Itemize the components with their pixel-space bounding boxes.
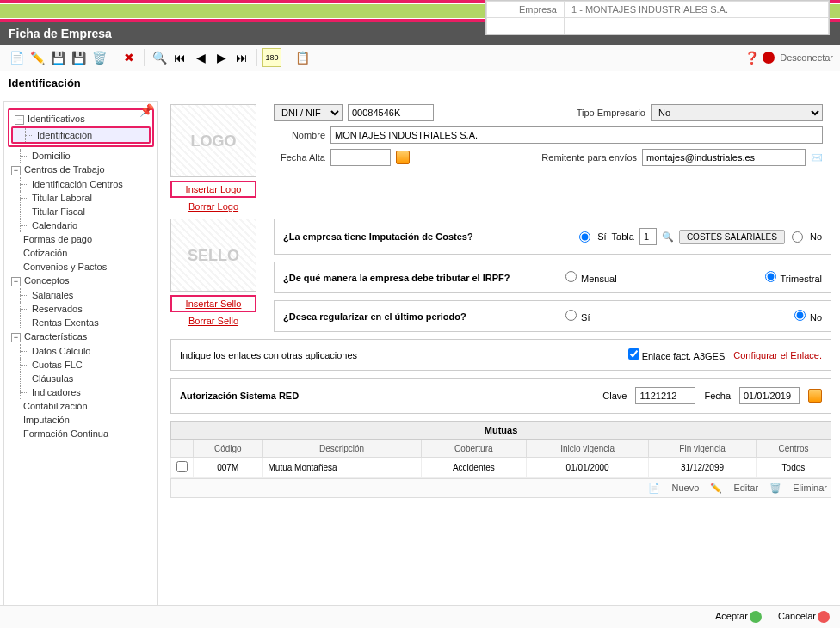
irpf-trimestral-radio[interactable]	[765, 271, 776, 282]
sidebar-item-imputacion[interactable]: Imputación	[8, 413, 154, 427]
logo-placeholder[interactable]: LOGO	[170, 104, 256, 177]
sidebar-item-salariales[interactable]: Salariales	[8, 288, 154, 302]
q-imputacion: ¿La empresa tiene Imputación de Costes?	[283, 231, 569, 242]
fecha-alta-label: Fecha Alta	[274, 152, 325, 163]
tabla-lookup-icon[interactable]: 🔍	[662, 231, 674, 243]
pin-icon[interactable]: 📌	[139, 103, 154, 117]
calendar-icon[interactable]	[396, 151, 410, 164]
col-fin[interactable]: Fin vigencia	[649, 440, 757, 458]
sidebar-item-reservados[interactable]: Reservados	[8, 302, 154, 316]
table-row[interactable]: 007M Mutua Montañesa Accidentes 01/01/20…	[171, 458, 831, 478]
col-centros[interactable]: Centros	[756, 440, 831, 458]
clave-input[interactable]	[635, 387, 695, 404]
fecha-alta-input[interactable]	[330, 149, 391, 166]
reg-si-radio[interactable]	[565, 310, 577, 321]
imputacion-si-radio[interactable]	[579, 231, 590, 243]
doc-icon[interactable]: 📋	[293, 48, 312, 67]
footer: Aceptar Cancelar	[0, 605, 840, 628]
sidebar-item-datos-calc[interactable]: Datos Cálculo	[8, 344, 154, 358]
mutuas-table: Código Descripción Cobertura Inicio vige…	[170, 440, 831, 478]
panel-enlaces: Indique los enlaces con otras aplicacion…	[170, 339, 831, 371]
sidebar-item-rentas[interactable]: Rentas Exentas	[8, 316, 154, 329]
remitente-input[interactable]	[642, 149, 806, 166]
help-icon[interactable]: ❓	[742, 48, 761, 67]
sidebar-item-formas-pago[interactable]: Formas de pago	[8, 232, 154, 246]
sidebar-item-domicilio[interactable]: Domicilio	[8, 149, 154, 163]
new-icon[interactable]: 📄	[7, 48, 26, 67]
enlace-a3ges-check[interactable]	[628, 348, 639, 360]
costes-btn[interactable]: COSTES SALARIALES	[679, 230, 785, 244]
prev-icon[interactable]: ◀	[191, 48, 210, 67]
mutuas-title: Mutuas	[170, 421, 831, 440]
doc-type-select[interactable]: DNI / NIF	[274, 104, 343, 121]
col-codigo[interactable]: Código	[194, 440, 263, 458]
disconnect-link[interactable]: Desconectar	[780, 52, 833, 63]
sidebar-item-convenios[interactable]: Convenios y Pactos	[8, 260, 154, 274]
panel-regularizar: ¿Desea regularizar en el último periodo?…	[274, 300, 831, 332]
sidebar-item-id-centros[interactable]: Identificación Centros	[8, 177, 154, 191]
delete-icon[interactable]: 🗑️	[90, 48, 108, 67]
sidebar-group-conceptos[interactable]: −Conceptos	[8, 274, 154, 288]
sidebar-group-centros[interactable]: −Centros de Trabajo	[8, 163, 154, 177]
calendar-icon-2[interactable]	[808, 389, 822, 403]
remitente-label: Remitente para envíos	[534, 152, 637, 163]
sello-placeholder[interactable]: SELLO	[170, 219, 256, 292]
fecha-red-input[interactable]	[739, 387, 800, 404]
sidebar-item-identificacion[interactable]: Identificación	[11, 126, 151, 144]
first-icon[interactable]: ⏮	[170, 48, 189, 67]
nuevo-btn[interactable]: 📄 Nuevo	[648, 483, 699, 493]
col-cobertura[interactable]: Cobertura	[421, 440, 526, 458]
insert-logo-link[interactable]: Insertar Logo	[170, 181, 256, 198]
tabla-input[interactable]	[639, 228, 657, 245]
mail-icon[interactable]: ✉️	[811, 152, 823, 163]
company-label: Empresa	[487, 2, 565, 18]
sidebar-item-indicadores[interactable]: Indicadores	[8, 385, 154, 399]
reg-no-radio[interactable]	[794, 310, 806, 321]
cancelar-btn[interactable]: Cancelar	[771, 611, 830, 621]
delete-sello-link[interactable]: Borrar Sello	[170, 316, 256, 326]
imputacion-no-radio[interactable]	[792, 231, 803, 243]
col-inicio[interactable]: Inicio vigencia	[527, 440, 649, 458]
doc-value-input[interactable]	[348, 104, 434, 121]
nombre-label: Nombre	[274, 130, 325, 140]
sidebar-item-contab[interactable]: Contabilización	[8, 399, 154, 413]
section-header: Identificación	[0, 71, 840, 95]
sidebar-item-tit-fiscal[interactable]: Titular Fiscal	[8, 205, 154, 219]
aceptar-btn[interactable]: Aceptar	[708, 611, 762, 621]
last-icon[interactable]: ⏭	[232, 48, 251, 67]
panel-red: Autorización Sistema RED Clave Fecha	[170, 378, 831, 414]
save-icon[interactable]: 💾	[48, 48, 67, 67]
sidebar: 📌 −Identificativos Identificación Domici…	[3, 101, 158, 613]
edit-icon[interactable]: ✏️	[28, 48, 46, 67]
sidebar-item-formacion[interactable]: Formación Continua	[8, 427, 154, 440]
col-desc[interactable]: Descripción	[262, 440, 421, 458]
editar-btn[interactable]: ✏️ Editar	[710, 483, 758, 493]
save-as-icon[interactable]: 💾	[69, 48, 88, 67]
sidebar-item-cuotas[interactable]: Cuotas FLC	[8, 358, 154, 372]
delete-logo-link[interactable]: Borrar Logo	[170, 201, 256, 212]
sidebar-group-caracteristicas[interactable]: −Características	[8, 329, 154, 344]
row-check[interactable]	[176, 461, 188, 472]
sidebar-item-tit-laboral[interactable]: Titular Laboral	[8, 191, 154, 205]
sidebar-group-identificativos[interactable]: −Identificativos	[11, 112, 151, 126]
insert-sello-link[interactable]: Insertar Sello	[170, 295, 256, 312]
q-irpf: ¿De qué manera la empresa debe tributar …	[283, 273, 555, 283]
nombre-input[interactable]	[330, 126, 823, 144]
cancel-icon[interactable]: ✖	[120, 48, 139, 67]
m180-icon[interactable]: 180	[262, 48, 281, 67]
configurar-enlace-link[interactable]: Configurar el Enlace.	[733, 350, 822, 360]
search-icon[interactable]: 🔍	[150, 48, 169, 67]
irpf-mensual-radio[interactable]	[565, 271, 577, 282]
mutuas-actions: 📄 Nuevo ✏️ Editar 🗑️ Eliminar	[170, 478, 831, 498]
panel-imputacion: ¿La empresa tiene Imputación de Costes? …	[274, 219, 831, 255]
power-icon[interactable]	[763, 52, 775, 64]
sidebar-item-calendario[interactable]: Calendario	[8, 219, 154, 232]
sello-column: SELLO Insertar Sello Borrar Sello	[170, 219, 256, 339]
tipo-emp-select[interactable]: No	[651, 104, 823, 121]
panel-irpf: ¿De qué manera la empresa debe tributar …	[274, 262, 831, 293]
sidebar-item-cotizacion[interactable]: Cotización	[8, 246, 154, 260]
sidebar-item-clausulas[interactable]: Cláusulas	[8, 372, 154, 385]
eliminar-btn[interactable]: 🗑️ Eliminar	[769, 483, 827, 493]
logo-column: LOGO Insertar Logo Borrar Logo	[170, 104, 256, 212]
next-icon[interactable]: ▶	[212, 48, 231, 67]
